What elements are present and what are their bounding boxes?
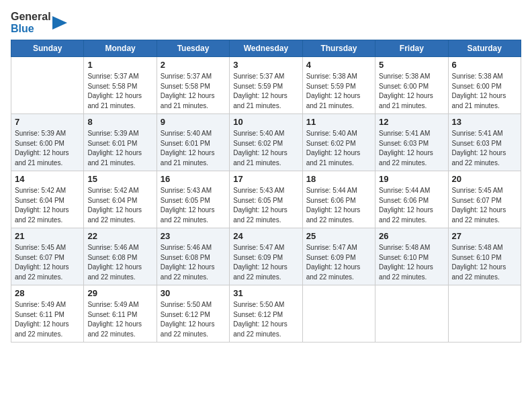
calendar-cell: 25Sunrise: 5:47 AMSunset: 6:09 PMDayligh… [302, 228, 375, 285]
calendar-cell: 20Sunrise: 5:45 AMSunset: 6:07 PMDayligh… [448, 171, 521, 228]
day-info: Sunrise: 5:38 AMSunset: 6:00 PMDaylight:… [379, 72, 444, 111]
day-number: 31 [233, 288, 298, 298]
day-number: 19 [379, 174, 444, 184]
day-header-sunday: Sunday [11, 40, 84, 57]
day-number: 5 [379, 60, 444, 70]
calendar-cell: 17Sunrise: 5:43 AMSunset: 6:05 PMDayligh… [230, 171, 302, 228]
calendar-cell: 1Sunrise: 5:37 AMSunset: 5:58 PMDaylight… [84, 57, 157, 114]
day-number: 16 [161, 174, 226, 184]
day-info: Sunrise: 5:47 AMSunset: 6:09 PMDaylight:… [233, 243, 298, 282]
calendar-table: SundayMondayTuesdayWednesdayThursdayFrid… [11, 40, 521, 342]
page-header: General Blue [11, 11, 521, 34]
day-info: Sunrise: 5:40 AMSunset: 6:02 PMDaylight:… [306, 129, 371, 168]
day-number: 14 [15, 174, 80, 184]
day-info: Sunrise: 5:43 AMSunset: 6:05 PMDaylight:… [161, 186, 226, 225]
logo-general: General [11, 11, 51, 23]
day-number: 24 [233, 231, 298, 241]
calendar-cell: 3Sunrise: 5:37 AMSunset: 5:59 PMDaylight… [230, 57, 302, 114]
day-info: Sunrise: 5:50 AMSunset: 6:12 PMDaylight:… [233, 300, 298, 339]
day-info: Sunrise: 5:42 AMSunset: 6:04 PMDaylight:… [15, 186, 80, 225]
day-info: Sunrise: 5:43 AMSunset: 6:05 PMDaylight:… [233, 186, 298, 225]
day-number: 11 [306, 117, 371, 127]
day-number: 28 [15, 288, 80, 298]
calendar-cell: 8Sunrise: 5:39 AMSunset: 6:01 PMDaylight… [84, 114, 157, 171]
calendar-cell: 27Sunrise: 5:48 AMSunset: 6:10 PMDayligh… [448, 228, 521, 285]
day-number: 18 [306, 174, 371, 184]
logo-blue: Blue [11, 23, 34, 35]
calendar-cell: 29Sunrise: 5:49 AMSunset: 6:11 PMDayligh… [84, 285, 157, 342]
calendar-cell: 10Sunrise: 5:40 AMSunset: 6:02 PMDayligh… [230, 114, 302, 171]
calendar-cell: 4Sunrise: 5:38 AMSunset: 5:59 PMDaylight… [302, 57, 375, 114]
calendar-week-4: 21Sunrise: 5:45 AMSunset: 6:07 PMDayligh… [11, 228, 521, 285]
calendar-cell: 26Sunrise: 5:48 AMSunset: 6:10 PMDayligh… [375, 228, 448, 285]
day-number: 27 [452, 231, 517, 241]
day-info: Sunrise: 5:39 AMSunset: 6:01 PMDaylight:… [87, 129, 152, 168]
calendar-cell: 21Sunrise: 5:45 AMSunset: 6:07 PMDayligh… [11, 228, 84, 285]
day-info: Sunrise: 5:38 AMSunset: 6:00 PMDaylight:… [452, 72, 517, 111]
day-info: Sunrise: 5:49 AMSunset: 6:11 PMDaylight:… [87, 300, 152, 339]
day-number: 15 [87, 174, 152, 184]
day-info: Sunrise: 5:44 AMSunset: 6:06 PMDaylight:… [379, 186, 444, 225]
calendar-body: 1Sunrise: 5:37 AMSunset: 5:58 PMDaylight… [11, 57, 521, 342]
calendar-cell: 16Sunrise: 5:43 AMSunset: 6:05 PMDayligh… [157, 171, 229, 228]
calendar-week-5: 28Sunrise: 5:49 AMSunset: 6:11 PMDayligh… [11, 285, 521, 342]
calendar-cell: 12Sunrise: 5:41 AMSunset: 6:03 PMDayligh… [375, 114, 448, 171]
calendar-cell: 7Sunrise: 5:39 AMSunset: 6:00 PMDaylight… [11, 114, 84, 171]
calendar-cell: 23Sunrise: 5:46 AMSunset: 6:08 PMDayligh… [157, 228, 229, 285]
day-info: Sunrise: 5:49 AMSunset: 6:11 PMDaylight:… [15, 300, 80, 339]
day-number: 26 [379, 231, 444, 241]
day-info: Sunrise: 5:46 AMSunset: 6:08 PMDaylight:… [87, 243, 152, 282]
day-number: 13 [452, 117, 517, 127]
day-number: 21 [15, 231, 80, 241]
calendar-header: SundayMondayTuesdayWednesdayThursdayFrid… [11, 40, 521, 57]
day-info: Sunrise: 5:37 AMSunset: 5:58 PMDaylight:… [87, 72, 152, 111]
calendar-cell: 31Sunrise: 5:50 AMSunset: 6:12 PMDayligh… [230, 285, 302, 342]
calendar-week-1: 1Sunrise: 5:37 AMSunset: 5:58 PMDaylight… [11, 57, 521, 114]
day-info: Sunrise: 5:39 AMSunset: 6:00 PMDaylight:… [15, 129, 80, 168]
day-info: Sunrise: 5:44 AMSunset: 6:06 PMDaylight:… [306, 186, 371, 225]
logo: General Blue [11, 11, 67, 34]
day-info: Sunrise: 5:48 AMSunset: 6:10 PMDaylight:… [379, 243, 444, 282]
day-header-thursday: Thursday [302, 40, 375, 57]
logo-icon [52, 13, 67, 32]
day-number: 29 [87, 288, 152, 298]
day-info: Sunrise: 5:38 AMSunset: 5:59 PMDaylight:… [306, 72, 371, 111]
day-number: 22 [87, 231, 152, 241]
day-number: 7 [15, 117, 80, 127]
day-info: Sunrise: 5:48 AMSunset: 6:10 PMDaylight:… [452, 243, 517, 282]
day-number: 8 [87, 117, 152, 127]
calendar-cell: 28Sunrise: 5:49 AMSunset: 6:11 PMDayligh… [11, 285, 84, 342]
day-header-saturday: Saturday [448, 40, 521, 57]
calendar-cell: 14Sunrise: 5:42 AMSunset: 6:04 PMDayligh… [11, 171, 84, 228]
calendar-cell: 30Sunrise: 5:50 AMSunset: 6:12 PMDayligh… [157, 285, 229, 342]
calendar-cell: 22Sunrise: 5:46 AMSunset: 6:08 PMDayligh… [84, 228, 157, 285]
calendar-cell: 18Sunrise: 5:44 AMSunset: 6:06 PMDayligh… [302, 171, 375, 228]
day-header-monday: Monday [84, 40, 157, 57]
day-info: Sunrise: 5:42 AMSunset: 6:04 PMDaylight:… [87, 186, 152, 225]
day-info: Sunrise: 5:45 AMSunset: 6:07 PMDaylight:… [452, 186, 517, 225]
day-number: 4 [306, 60, 371, 70]
day-number: 6 [452, 60, 517, 70]
calendar-cell: 15Sunrise: 5:42 AMSunset: 6:04 PMDayligh… [84, 171, 157, 228]
calendar-cell [448, 285, 521, 342]
days-row: SundayMondayTuesdayWednesdayThursdayFrid… [11, 40, 521, 57]
day-header-wednesday: Wednesday [230, 40, 302, 57]
day-number: 10 [233, 117, 298, 127]
day-number: 25 [306, 231, 371, 241]
calendar-cell [302, 285, 375, 342]
day-info: Sunrise: 5:37 AMSunset: 5:59 PMDaylight:… [233, 72, 298, 111]
day-info: Sunrise: 5:40 AMSunset: 6:01 PMDaylight:… [161, 129, 226, 168]
calendar-cell: 13Sunrise: 5:41 AMSunset: 6:03 PMDayligh… [448, 114, 521, 171]
calendar-cell [375, 285, 448, 342]
svg-marker-0 [52, 16, 67, 30]
day-header-tuesday: Tuesday [157, 40, 229, 57]
day-number: 1 [87, 60, 152, 70]
day-number: 20 [452, 174, 517, 184]
day-number: 2 [161, 60, 226, 70]
day-info: Sunrise: 5:47 AMSunset: 6:09 PMDaylight:… [306, 243, 371, 282]
day-info: Sunrise: 5:45 AMSunset: 6:07 PMDaylight:… [15, 243, 80, 282]
calendar-week-2: 7Sunrise: 5:39 AMSunset: 6:00 PMDaylight… [11, 114, 521, 171]
day-number: 23 [161, 231, 226, 241]
day-number: 17 [233, 174, 298, 184]
calendar-cell [11, 57, 84, 114]
